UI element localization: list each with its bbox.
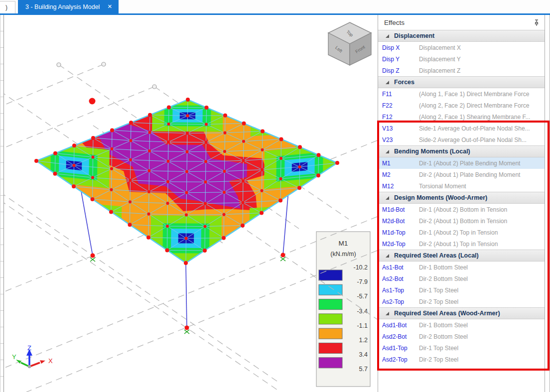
effect-row-As2-Top[interactable]: As2-TopDir-2 Top Steel — [378, 296, 545, 307]
section-label: Design Moments (Wood-Armer) — [394, 194, 487, 201]
model-viewport[interactable]: M1(kN.m/m)-10.2-7.9-5.7-3.4-1.11.23.45.7… — [0, 0, 377, 392]
effect-row-M2[interactable]: M2Dir-2 (About 1) Plate Bending Moment — [378, 169, 545, 180]
effect-code: Asd2-Top — [378, 356, 419, 363]
collapse-triangle-icon — [386, 254, 389, 258]
effect-row-Asd1-Bot[interactable]: Asd1-BotDir-1 Bottom Steel — [378, 319, 545, 331]
section-header-0[interactable]: Displacement — [378, 30, 545, 42]
x-axis-arrow — [29, 363, 40, 367]
panel-right-gutter — [545, 15, 550, 392]
effects-list: DisplacementDisp XDisplacement XDisp YDi… — [378, 30, 545, 365]
effect-code: M2 — [378, 171, 419, 178]
collapse-triangle-icon — [386, 34, 389, 38]
effect-row-M1d-Bot[interactable]: M1d-BotDir-1 (About 2) Bottom in Tension — [378, 204, 545, 215]
effect-desc: Displacement X — [419, 44, 461, 51]
tab-close-icon[interactable]: ✕ — [107, 4, 112, 10]
effect-code: F11 — [378, 91, 419, 98]
slab-contour-plot[interactable] — [34, 98, 339, 265]
tab-partial-label: ) — [5, 4, 7, 11]
grid-bubble — [152, 85, 156, 89]
legend-value: -3.4 — [357, 308, 368, 315]
tab-building-analysis-model[interactable]: 3 - Building Analysis Model ✕ — [18, 0, 119, 13]
section-header-5[interactable]: Required Steel Areas (Wood-Armer) — [378, 307, 545, 319]
tab-label: 3 - Building Analysis Model — [25, 3, 100, 10]
effect-code: M2d-Bot — [378, 218, 419, 225]
effect-code: M12 — [378, 183, 419, 190]
effect-row-Asd1-Top[interactable]: Asd1-TopDir-1 Top Steel — [378, 342, 545, 354]
legend-value: 5.7 — [359, 366, 368, 373]
effect-code: M1d-Bot — [378, 206, 419, 213]
section-header-4[interactable]: Required Steel Areas (Local) — [378, 250, 545, 261]
effect-row-M1d-Top[interactable]: M1d-TopDir-1 (About 2) Top in Tension — [378, 227, 545, 238]
effect-row-As1-Bot[interactable]: As1-BotDir-1 Bottom Steel — [378, 261, 545, 273]
column-line — [81, 192, 93, 256]
effect-row-Disp Y[interactable]: Disp YDisplacement Y — [378, 53, 545, 65]
viewport-edge-ruler — [0, 15, 4, 392]
legend-title: M1 — [339, 240, 348, 247]
effect-desc: Dir-2 (About 1) Bottom in Tension — [419, 218, 507, 225]
effect-row-Asd2-Bot[interactable]: Asd2-BotDir-2 Bottom Steel — [378, 331, 545, 342]
effect-row-V13[interactable]: V13Side-1 Average Out-of-Plane Nodal She… — [378, 123, 545, 134]
effect-row-As1-Top[interactable]: As1-TopDir-1 Top Steel — [378, 284, 545, 296]
effect-desc: Displacement Y — [419, 56, 461, 63]
effect-desc: (Along 1, Face 1) Direct Membrane Force — [419, 91, 529, 98]
effect-row-Asd2-Top[interactable]: Asd2-TopDir-2 Top Steel — [378, 354, 545, 365]
effect-code: V23 — [378, 136, 419, 143]
x-axis-label: X — [48, 357, 53, 365]
effect-desc: Dir-2 (About 1) Top in Tension — [419, 241, 498, 248]
effect-desc: Dir-2 Top Steel — [419, 298, 458, 305]
effect-code: M1d-Top — [378, 229, 419, 236]
effect-desc: Side-2 Average Out-of-Plane Nodal Sh... — [419, 136, 527, 143]
effect-desc: Dir-1 (About 2) Top in Tension — [419, 229, 498, 236]
legend-swatch — [319, 299, 342, 310]
legend-swatch — [319, 358, 342, 368]
section-label: Displacement — [394, 32, 434, 39]
legend-value: -10.2 — [354, 264, 368, 271]
effect-row-Disp Z[interactable]: Disp ZDisplacement Z — [378, 65, 545, 76]
y-axis-label: Y — [12, 353, 16, 361]
effects-panel-header: Effects — [378, 15, 545, 30]
effect-desc: Side-1 Average Out-of-Plane Nodal She... — [419, 125, 530, 132]
effect-row-As2-Bot[interactable]: As2-BotDir-2 Bottom Steel — [378, 273, 545, 284]
floating-node[interactable] — [89, 98, 96, 105]
tab-partial[interactable]: ) — [0, 1, 15, 13]
section-label: Bending Moments (Local) — [394, 148, 470, 155]
legend-units: (kN.m/m) — [330, 251, 356, 258]
pin-icon[interactable] — [533, 19, 540, 26]
legend-value: -7.9 — [357, 278, 368, 285]
grid-bubble — [57, 63, 61, 67]
tab-bar: ) 3 - Building Analysis Model ✕ — [0, 0, 550, 15]
section-header-2[interactable]: Bending Moments (Local) — [378, 145, 545, 157]
axis-triad: ZXY — [12, 344, 53, 368]
view-cube[interactable]: TopLeftFront — [328, 22, 371, 65]
effect-desc: Dir-1 Top Steel — [419, 287, 458, 294]
effect-code: F22 — [378, 102, 419, 109]
effect-row-V23[interactable]: V23Side-2 Average Out-of-Plane Nodal Sh.… — [378, 134, 545, 145]
effect-row-M2d-Bot[interactable]: M2d-BotDir-2 (About 1) Bottom in Tension — [378, 215, 545, 227]
effect-row-F22[interactable]: F22(Along 2, Face 2) Direct Membrane For… — [378, 100, 545, 111]
effect-code: F12 — [378, 114, 419, 121]
collapse-triangle-icon — [386, 150, 389, 153]
effect-row-Disp X[interactable]: Disp XDisplacement X — [378, 42, 545, 53]
section-label: Required Steel Areas (Local) — [394, 252, 479, 259]
effect-row-F12[interactable]: F12(Along 2, Face 1) Shearing Membrane F… — [378, 111, 545, 123]
effect-desc: Dir-1 Bottom Steel — [419, 264, 468, 271]
effect-code: As1-Bot — [378, 264, 419, 271]
effect-row-F11[interactable]: F11(Along 1, Face 1) Direct Membrane For… — [378, 88, 545, 100]
effect-row-M12[interactable]: M12Torsional Moment — [378, 180, 545, 192]
legend-swatch — [319, 343, 342, 354]
effect-desc: Dir-2 (About 1) Plate Bending Moment — [419, 171, 520, 178]
support-node — [185, 326, 189, 330]
effect-desc: Dir-2 Bottom Steel — [419, 275, 468, 282]
effect-code: As1-Top — [378, 287, 419, 294]
legend-swatch — [319, 270, 342, 280]
section-header-1[interactable]: Forces — [378, 76, 545, 88]
effect-row-M2d-Top[interactable]: M2d-TopDir-2 (About 1) Top in Tension — [378, 238, 545, 250]
effect-row-M1[interactable]: M1Dir-1 (About 2) Plate Bending Moment — [378, 157, 545, 169]
legend-swatch — [319, 314, 342, 324]
effect-desc: Torsional Moment — [419, 183, 466, 190]
effects-panel: Effects DisplacementDisp XDisplacement X… — [378, 15, 545, 392]
column-line — [186, 263, 187, 328]
support-node — [91, 254, 95, 258]
effect-code: Asd2-Bot — [378, 333, 419, 340]
section-header-3[interactable]: Design Moments (Wood-Armer) — [378, 192, 545, 204]
